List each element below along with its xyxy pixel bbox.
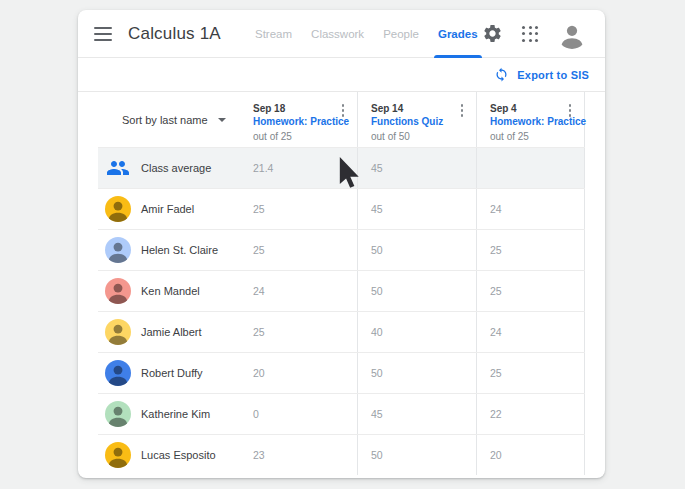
student-avatar: [105, 196, 131, 222]
student-row: Robert Duffy205025: [98, 352, 585, 393]
score-cell[interactable]: 20: [240, 353, 357, 393]
student-name[interactable]: Amir Fadel: [141, 203, 194, 215]
student-name[interactable]: Helen St. Claire: [141, 244, 218, 256]
hamburger-menu-icon[interactable]: [94, 27, 112, 41]
score-cell[interactable]: 50: [357, 230, 476, 270]
student-row: Ken Mandel245025: [98, 270, 585, 311]
student-avatar: [105, 319, 131, 345]
app-bar: Calculus 1A Stream Classwork People Grad…: [78, 10, 605, 58]
sort-by-label: Sort by last name: [122, 114, 208, 126]
assignment-points: out of 25: [490, 131, 584, 142]
student-cell: Helen St. Claire: [98, 230, 240, 270]
column-menu-icon[interactable]: [459, 102, 466, 119]
student-cell: Robert Duffy: [98, 353, 240, 393]
student-cell: Amir Fadel: [98, 189, 240, 229]
student-name[interactable]: Robert Duffy: [141, 367, 203, 379]
score-cell[interactable]: 20: [476, 435, 585, 475]
people-icon: [105, 156, 131, 180]
assignment-column-header: Sep 4 Homework: Practice out of 25: [476, 92, 585, 147]
student-avatar: [105, 237, 131, 263]
student-avatar: [105, 442, 131, 468]
score-cell[interactable]: 50: [357, 271, 476, 311]
nav-tabs: Stream Classwork People Grades: [252, 10, 481, 58]
score-cell: 21.4: [240, 148, 357, 188]
student-avatar: [105, 278, 131, 304]
student-name[interactable]: Jamie Albert: [141, 326, 202, 338]
class-average-cell: Class average: [98, 148, 240, 188]
tab-classwork[interactable]: Classwork: [308, 10, 367, 58]
app-bar-actions: [482, 19, 587, 49]
score-cell[interactable]: 24: [240, 271, 357, 311]
student-avatar: [105, 360, 131, 386]
score-cell[interactable]: 25: [240, 312, 357, 352]
score-cell[interactable]: 25: [240, 230, 357, 270]
student-cell: Katherine Kim: [98, 394, 240, 434]
score-cell[interactable]: 25: [476, 353, 585, 393]
tab-stream[interactable]: Stream: [252, 10, 295, 58]
student-row: Amir Fadel254524: [98, 188, 585, 229]
assignment-column-header: Sep 18 Homework: Practice out of 25: [240, 92, 357, 147]
student-cell: Lucas Esposito: [98, 435, 240, 475]
score-cell[interactable]: 50: [357, 435, 476, 475]
assignment-points: out of 50: [371, 131, 476, 142]
class-average-row: Class average21.445: [98, 147, 585, 188]
student-cell: Jamie Albert: [98, 312, 240, 352]
assignment-column-header: Sep 14 Functions Quiz out of 50: [357, 92, 476, 147]
student-cell: Ken Mandel: [98, 271, 240, 311]
export-to-sis-label: Export to SIS: [517, 69, 589, 81]
score-cell[interactable]: 23: [240, 435, 357, 475]
student-name[interactable]: Lucas Esposito: [141, 449, 216, 461]
classroom-gradebook-window: Calculus 1A Stream Classwork People Grad…: [78, 10, 605, 478]
student-row: Lucas Esposito235020: [98, 434, 585, 475]
score-cell[interactable]: 25: [476, 271, 585, 311]
assignment-points: out of 25: [253, 131, 357, 142]
student-row: Jamie Albert254024: [98, 311, 585, 352]
gradebook-toolbar: Export to SIS: [78, 58, 605, 92]
student-row: Helen St. Claire255025: [98, 229, 585, 270]
column-menu-icon[interactable]: [567, 102, 574, 119]
sort-by-dropdown[interactable]: Sort by last name: [98, 92, 240, 147]
student-name[interactable]: Ken Mandel: [141, 285, 200, 297]
score-cell[interactable]: 25: [240, 189, 357, 229]
export-to-sis-button[interactable]: Export to SIS: [494, 67, 589, 82]
chevron-down-icon: [218, 118, 226, 122]
tab-people[interactable]: People: [380, 10, 422, 58]
column-menu-icon[interactable]: [340, 102, 347, 119]
user-avatar[interactable]: [557, 19, 587, 49]
gradebook-table: Sort by last name Sep 18 Homework: Pract…: [98, 92, 585, 475]
course-title: Calculus 1A: [128, 24, 221, 44]
grades-table-body: Class average21.445Amir Fadel254524Helen…: [98, 147, 585, 475]
tab-grades[interactable]: Grades: [435, 10, 481, 58]
student-avatar: [105, 401, 131, 427]
score-cell[interactable]: 45: [357, 189, 476, 229]
score-cell: 45: [357, 148, 476, 188]
score-cell[interactable]: 25: [476, 230, 585, 270]
gradebook-header-row: Sort by last name Sep 18 Homework: Pract…: [98, 92, 585, 147]
student-name[interactable]: Katherine Kim: [141, 408, 210, 420]
student-row: Katherine Kim04522: [98, 393, 585, 434]
score-cell[interactable]: 22: [476, 394, 585, 434]
score-cell[interactable]: 24: [476, 312, 585, 352]
score-cell: [476, 148, 585, 188]
score-cell[interactable]: 50: [357, 353, 476, 393]
score-cell[interactable]: 45: [357, 394, 476, 434]
apps-grid-icon[interactable]: [522, 26, 538, 42]
class-average-label: Class average: [141, 162, 211, 174]
score-cell[interactable]: 24: [476, 189, 585, 229]
score-cell[interactable]: 0: [240, 394, 357, 434]
score-cell[interactable]: 40: [357, 312, 476, 352]
sync-icon: [494, 67, 509, 82]
settings-gear-icon[interactable]: [482, 23, 503, 44]
